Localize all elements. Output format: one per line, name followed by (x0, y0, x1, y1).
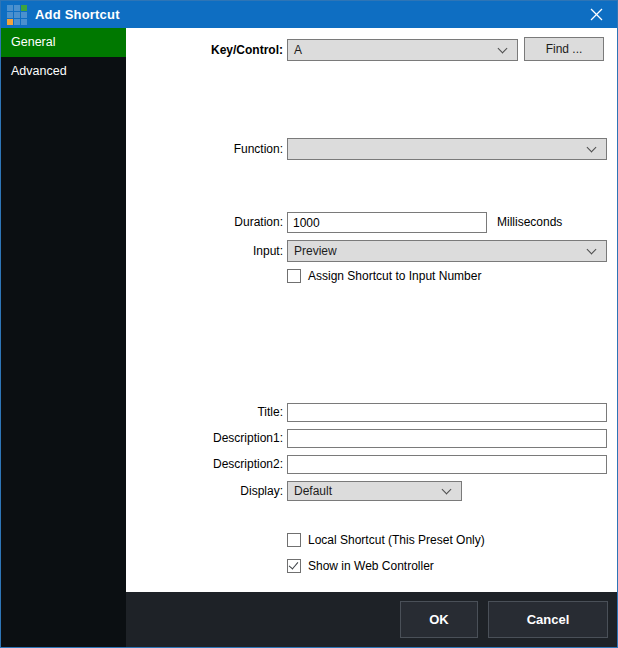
chevron-down-icon (498, 44, 508, 54)
form-panel: Key/Control: A Find ... Function: Durati… (126, 28, 617, 592)
local-shortcut-checkbox-box (287, 533, 301, 547)
window-title: Add Shortcut (35, 7, 120, 22)
input-label: Input: (126, 240, 283, 262)
chevron-down-icon (442, 485, 452, 495)
app-icon-cell (21, 5, 27, 11)
duration-label: Duration: (126, 212, 283, 233)
sidebar-item-advanced[interactable]: Advanced (1, 57, 126, 86)
find-button[interactable]: Find ... (524, 37, 604, 61)
add-shortcut-window: Add Shortcut General Advanced Key/Contro… (0, 0, 618, 648)
close-button[interactable] (575, 1, 617, 28)
app-icon-cell (14, 19, 20, 25)
web-controller-checkbox[interactable]: Show in Web Controller (287, 558, 434, 573)
assign-input-number-checkbox[interactable]: Assign Shortcut to Input Number (287, 268, 481, 283)
titlebar: Add Shortcut (1, 1, 617, 28)
key-control-value: A (294, 43, 302, 57)
close-icon (590, 8, 603, 21)
app-icon-cell (7, 19, 13, 25)
display-value: Default (294, 484, 332, 498)
app-icon-cell (21, 19, 27, 25)
milliseconds-label: Milliseconds (497, 212, 562, 233)
local-shortcut-checkbox[interactable]: Local Shortcut (This Preset Only) (287, 532, 485, 547)
description2-label: Description2: (126, 455, 283, 474)
sidebar-item-general[interactable]: General (1, 28, 126, 57)
local-shortcut-label: Local Shortcut (This Preset Only) (308, 533, 485, 547)
input-select[interactable]: Preview (287, 240, 607, 262)
description2-input[interactable] (287, 455, 607, 474)
web-controller-label: Show in Web Controller (308, 559, 434, 573)
display-select[interactable]: Default (287, 481, 462, 501)
assign-input-number-checkbox-box (287, 269, 301, 283)
description1-input[interactable] (287, 429, 607, 448)
web-controller-checkbox-box (287, 559, 301, 573)
title-label: Title: (126, 403, 283, 422)
app-icon-cell (21, 12, 27, 18)
app-icon-cell (14, 12, 20, 18)
key-control-label: Key/Control: (126, 39, 283, 61)
duration-input[interactable] (287, 212, 487, 233)
footer: OK Cancel (126, 592, 617, 647)
ok-button[interactable]: OK (400, 601, 478, 638)
key-control-select[interactable]: A (287, 39, 518, 61)
function-select[interactable] (287, 138, 607, 160)
input-value: Preview (294, 244, 337, 258)
description1-label: Description1: (126, 429, 283, 448)
chevron-down-icon (587, 143, 597, 153)
app-icon-cell (7, 5, 13, 11)
function-label: Function: (126, 138, 283, 160)
assign-input-number-label: Assign Shortcut to Input Number (308, 269, 481, 283)
checkmark-icon (289, 559, 299, 569)
title-input[interactable] (287, 403, 607, 422)
display-label: Display: (126, 481, 283, 501)
app-icon (7, 5, 27, 25)
app-icon-cell (14, 5, 20, 11)
sidebar: General Advanced (1, 28, 126, 647)
chevron-down-icon (587, 245, 597, 255)
app-icon-cell (7, 12, 13, 18)
cancel-button[interactable]: Cancel (488, 601, 608, 638)
